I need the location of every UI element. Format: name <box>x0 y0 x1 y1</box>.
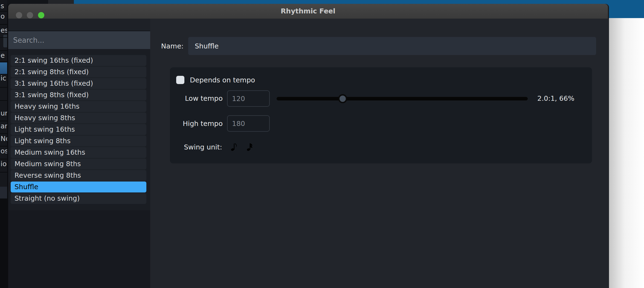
name-input[interactable] <box>188 37 596 55</box>
high-tempo-label: High tempo <box>170 120 223 128</box>
background-row-divider <box>0 74 7 74</box>
swing-unit-segmented-control <box>226 140 258 155</box>
preset-list-item[interactable]: Light swing 8ths <box>11 136 146 146</box>
preset-list-item[interactable]: Medium swing 16ths <box>11 147 146 158</box>
preset-list-item[interactable]: 3:1 swing 16ths (fixed) <box>11 78 146 89</box>
screen: so LeseicuraartNotosio S Rhythmic Feel 2… <box>0 0 644 288</box>
eighth-note-icon <box>229 142 239 153</box>
preset-list-item[interactable]: Light swing 16ths <box>11 124 146 135</box>
background-row-divider <box>0 100 7 101</box>
background-row-divider <box>0 172 7 172</box>
background-row-divider <box>0 11 7 11</box>
title-bar[interactable]: Rhythmic Feel <box>8 4 608 19</box>
zoom-button[interactable] <box>38 12 44 18</box>
sixteenth-note-button[interactable] <box>242 140 258 155</box>
preset-list-item[interactable]: Heavy swing 8ths <box>11 113 146 123</box>
high-tempo-input[interactable] <box>227 115 270 132</box>
background-text-fragment: ic <box>1 74 6 82</box>
preset-list-item[interactable]: Medium swing 8ths <box>11 159 146 169</box>
background-row-divider <box>0 87 7 88</box>
background-row-divider <box>0 159 7 159</box>
preset-list-item[interactable]: 2:1 swing 16ths (fixed) <box>11 55 146 66</box>
preset-sidebar: 2:1 swing 16ths (fixed)2:1 swing 8ths (f… <box>8 19 150 288</box>
background-tab <box>48 0 74 4</box>
minimize-button[interactable] <box>27 12 33 18</box>
background-list-fragment <box>3 35 7 47</box>
preset-list-item[interactable]: Reverse swing 8ths <box>11 170 146 181</box>
close-button[interactable] <box>16 12 22 18</box>
low-tempo-label: Low tempo <box>170 94 223 103</box>
sidebar-header-strip <box>8 19 150 31</box>
background-row-divider <box>0 24 7 25</box>
background-selected-row <box>0 62 7 74</box>
sixteenth-note-icon <box>245 142 254 153</box>
swing-ratio-slider-thumb[interactable] <box>338 94 347 103</box>
background-row <box>0 187 7 198</box>
background-text-fragment: s <box>1 2 4 10</box>
search-input[interactable] <box>8 31 150 49</box>
background-row-divider <box>0 133 7 134</box>
swing-unit-label: Swing unit: <box>170 143 222 151</box>
background-row-divider <box>0 37 7 38</box>
swing-ratio-value: 2.0:1, 66% <box>537 94 575 103</box>
background-row-divider <box>0 146 7 146</box>
depends-on-tempo-checkbox[interactable] <box>176 76 184 84</box>
background-desktop-area <box>609 18 644 288</box>
sidebar-lower-area <box>8 210 150 288</box>
preset-list-item[interactable]: Straight (no swing) <box>11 193 146 204</box>
background-text-fragment: e <box>1 52 5 59</box>
background-row <box>0 198 7 288</box>
preset-list-item[interactable]: 2:1 swing 8ths (fixed) <box>11 67 146 77</box>
preset-list-item[interactable]: 3:1 swing 8ths (fixed) <box>11 90 146 100</box>
swing-ratio-slider-track[interactable] <box>277 97 528 100</box>
background-row-divider <box>0 121 7 121</box>
eighth-note-button[interactable] <box>226 140 242 155</box>
background-row-divider <box>0 62 7 62</box>
preset-list-item-selected[interactable]: Shuffle <box>11 182 146 192</box>
name-label: Name: <box>154 42 184 50</box>
depends-on-tempo-label: Depends on tempo <box>190 76 255 84</box>
low-tempo-input[interactable] <box>227 90 270 107</box>
rhythmic-feel-window: Rhythmic Feel 2:1 swing 16ths (fixed)2:1… <box>7 4 609 288</box>
window-title: Rhythmic Feel <box>8 4 608 19</box>
preset-list-item[interactable]: Heavy swing 16ths <box>11 101 146 112</box>
background-row-divider <box>0 50 7 51</box>
